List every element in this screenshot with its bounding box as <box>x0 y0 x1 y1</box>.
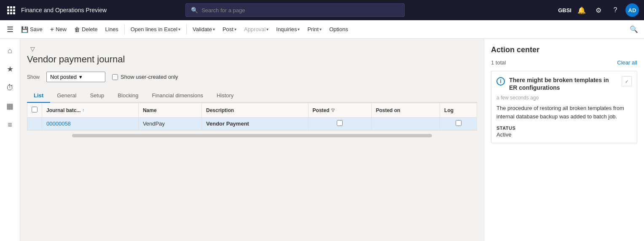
journal-batch-link[interactable]: 00000058 <box>46 121 71 127</box>
notification-title: There might be broken templates in ER co… <box>509 76 617 91</box>
main-layout: ⌂ ★ ⏱ ▦ ≡ ▽ Vendor payment journal Show … <box>0 39 644 241</box>
posted-filter-icon: ▽ <box>331 108 335 112</box>
notification-card-header: i There might be broken templates in ER … <box>496 76 632 91</box>
notification-body: The procedure of restoring all broken te… <box>496 104 632 121</box>
bell-icon-button[interactable]: 🔔 <box>575 3 588 17</box>
filter-row: ▽ <box>27 46 477 52</box>
open-lines-button[interactable]: Open lines in Excel ▾ <box>127 23 184 36</box>
approval-button[interactable]: Approval ▾ <box>241 23 272 36</box>
validate-button[interactable]: Validate ▾ <box>189 23 218 36</box>
chevron-down-icon: ▾ <box>178 27 180 32</box>
filter-select-chevron: ▾ <box>79 74 82 80</box>
print-button[interactable]: Print ▾ <box>304 23 325 36</box>
row-posted-on-cell <box>371 118 440 130</box>
data-table-container: Journal batc... ↑ Name Description <box>27 103 477 131</box>
page-content: ▽ Vendor payment journal Show Not posted… <box>20 39 484 241</box>
col-journal-batch-header[interactable]: Journal batc... ↑ <box>42 103 139 118</box>
app-grid-icon[interactable] <box>5 4 17 16</box>
row-posted-checkbox[interactable] <box>337 120 343 126</box>
avatar-button[interactable]: AD <box>625 3 639 17</box>
delete-button[interactable]: 🗑 Delete <box>71 23 101 36</box>
lines-button[interactable]: Lines <box>102 23 122 36</box>
nav-home-icon[interactable]: ⌂ <box>2 42 19 59</box>
filter-show-label: Show <box>27 74 40 80</box>
collapse-notification-button[interactable]: ✓ <box>622 76 632 86</box>
action-center-panel: Action center 1 total Clear all i There … <box>484 39 644 241</box>
show-user-created-checkbox[interactable] <box>112 74 118 80</box>
chevron-down-icon-post: ▾ <box>234 27 236 32</box>
col-check-header <box>27 103 42 118</box>
filter-select[interactable]: Not posted ▾ <box>46 72 105 82</box>
show-user-created-text: Show user-created only <box>121 74 178 80</box>
col-description-header[interactable]: Description <box>202 103 309 118</box>
notification-status-label: STATUS <box>496 126 632 131</box>
action-center-count: 1 total <box>491 59 506 66</box>
save-icon: 💾 <box>21 26 28 33</box>
row-journal-batch-cell: 00000058 <box>42 118 139 130</box>
toolbar-separator-1 <box>124 24 125 35</box>
action-center-count-row: 1 total Clear all <box>491 59 637 66</box>
nav-workspaces-icon[interactable]: ▦ <box>2 98 19 115</box>
tab-general[interactable]: General <box>50 89 83 103</box>
col-posted-on-header[interactable]: Posted on <box>371 103 440 118</box>
notification-info-icon: i <box>496 77 505 86</box>
notification-timestamp: a few seconds ago <box>496 95 632 101</box>
nav-right-area: GBSI 🔔 ⚙ ? AD <box>558 3 639 17</box>
select-all-checkbox[interactable] <box>32 107 38 112</box>
row-check-cell <box>27 118 42 130</box>
tab-financial-dimensions[interactable]: Financial dimensions <box>145 89 210 103</box>
notification-card: i There might be broken templates in ER … <box>491 71 637 143</box>
post-button[interactable]: Post ▾ <box>219 23 240 36</box>
new-button[interactable]: + New <box>47 23 70 36</box>
toolbar-separator-2 <box>186 24 187 35</box>
table-row[interactable]: 00000058 VendPay Vendor Payment <box>27 118 477 130</box>
tab-history[interactable]: History <box>210 89 240 103</box>
toolbar: ☰ 💾 Save + New 🗑 Delete Lines Open lines… <box>0 20 644 39</box>
hamburger-menu-button[interactable]: ☰ <box>3 23 17 36</box>
nav-modules-icon[interactable]: ≡ <box>2 116 19 133</box>
toolbar-search-button[interactable]: 🔍 <box>627 23 641 36</box>
show-user-created-label[interactable]: Show user-created only <box>112 74 178 80</box>
col-log-header[interactable]: Log <box>440 103 477 118</box>
left-navigation: ⌂ ★ ⏱ ▦ ≡ <box>0 39 20 241</box>
col-description-label: Description <box>206 107 234 113</box>
col-log-label: Log <box>444 107 453 113</box>
filter-select-value: Not posted <box>50 74 77 80</box>
notification-status-area: STATUS Active <box>496 126 632 138</box>
row-log-cell <box>440 118 477 130</box>
col-posted-header[interactable]: Posted ▽ <box>308 103 371 118</box>
app-title: Finance and Operations Preview <box>21 7 107 13</box>
filter-area: Show Not posted ▾ Show user-created only <box>27 72 477 82</box>
tab-list[interactable]: List <box>27 89 50 103</box>
action-center-title: Action center <box>491 46 637 54</box>
col-posted-label: Posted <box>313 107 330 113</box>
chevron-down-icon-print: ▾ <box>319 27 322 32</box>
tab-setup[interactable]: Setup <box>83 89 111 103</box>
search-icon: 🔍 <box>191 7 198 13</box>
user-tenant: GBSI <box>558 7 572 13</box>
settings-icon-button[interactable]: ⚙ <box>592 3 605 17</box>
options-button[interactable]: Options <box>326 23 352 36</box>
nav-recent-icon[interactable]: ⏱ <box>2 79 19 96</box>
search-input[interactable] <box>201 7 399 13</box>
horizontal-scrollbar[interactable] <box>72 134 432 137</box>
chevron-down-icon-inquiries: ▾ <box>298 27 300 32</box>
save-button[interactable]: 💾 Save <box>18 23 46 36</box>
inquiries-button[interactable]: Inquiries ▾ <box>273 23 303 36</box>
row-log-checkbox[interactable] <box>456 120 462 126</box>
data-table: Journal batc... ↑ Name Description <box>27 103 477 130</box>
notification-status-value: Active <box>496 131 632 138</box>
col-posted-on-label: Posted on <box>376 107 400 113</box>
notification-title-area: There might be broken templates in ER co… <box>509 76 617 91</box>
clear-all-button[interactable]: Clear all <box>617 59 637 66</box>
tab-blocking[interactable]: Blocking <box>111 89 145 103</box>
chevron-down-icon-validate: ▾ <box>213 27 215 32</box>
col-name-label: Name <box>143 107 157 113</box>
nav-favorites-icon[interactable]: ★ <box>2 61 19 78</box>
col-name-header[interactable]: Name <box>138 103 201 118</box>
page-title: Vendor payment journal <box>27 54 477 65</box>
delete-icon: 🗑 <box>74 26 80 33</box>
filter-icon[interactable]: ▽ <box>30 46 35 52</box>
search-bar[interactable]: 🔍 <box>185 3 405 17</box>
help-icon-button[interactable]: ? <box>609 3 622 17</box>
